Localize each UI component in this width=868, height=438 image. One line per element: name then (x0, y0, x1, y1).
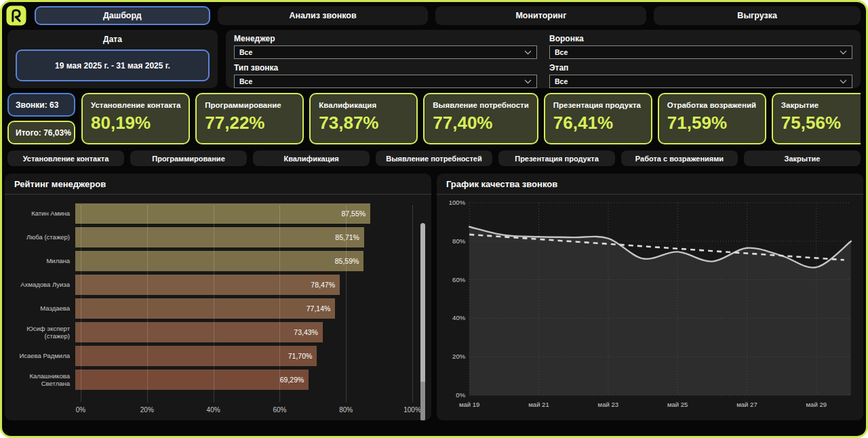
bar-value-label: 69,29% (280, 376, 304, 384)
tab-3[interactable]: Выгрузка (654, 6, 861, 25)
kpi-card-value: 80,19% (91, 113, 180, 134)
tab-bar: ДашбордАнализ звонковМониторингВыгрузка (35, 6, 861, 25)
x-axis-tick-label: май 23 (598, 401, 618, 408)
date-filter-panel: Дата 19 мая 2025 г. - 31 мая 2025 г. (7, 30, 218, 88)
kpi-card: Программирование77,22% (195, 93, 304, 144)
bar-row: Ахмадова Луиза78,47% (5, 273, 431, 296)
stage-filter-button[interactable]: Выявление потребностей (376, 151, 492, 166)
dashboard-page: ДашбордАнализ звонковМониторингВыгрузка … (0, 0, 868, 438)
x-axis-tick-label: 40% (207, 406, 220, 414)
manager-select[interactable]: Все (234, 45, 537, 59)
kpi-card-value: 71,59% (667, 113, 757, 134)
tab-2[interactable]: Мониторинг (435, 6, 646, 25)
y-axis-tick-label: 20% (452, 353, 466, 360)
tab-1[interactable]: Анализ звонков (218, 6, 429, 25)
date-filter-title: Дата (7, 30, 218, 44)
managers-rating-title: Рейтинг менеджеров (5, 174, 431, 195)
funnel-select[interactable]: Все (549, 45, 852, 59)
kpi-card-title: Закрытие (781, 101, 861, 109)
bar-value-label: 85,59% (335, 257, 359, 265)
calls-count-value: Звонки: 63 (16, 100, 58, 110)
manager-select-value: Все (239, 48, 524, 56)
kpi-cards: Установление контакта80,19%Программирова… (81, 93, 861, 144)
y-axis-tick-label: 40% (452, 314, 466, 321)
chevron-down-icon (524, 50, 532, 55)
bar[interactable]: 73,43% (75, 322, 323, 342)
bar-value-label: 78,47% (311, 281, 335, 289)
bar-row: Исаева Радмила71,70% (5, 344, 431, 367)
bar[interactable]: 77,14% (75, 298, 335, 319)
kpi-card: Установление контакта80,19% (81, 93, 190, 144)
kpi-card-value: 77,40% (433, 113, 529, 134)
bar-row: Калашникова Светлана69,29% (5, 367, 431, 391)
bar-track: 69,29% (75, 370, 412, 390)
quality-area (469, 227, 851, 396)
bar-row: Катин Амина87,55% (5, 201, 431, 225)
kpi-card-title: Выявление потребности (433, 101, 529, 109)
managers-bar-chart[interactable]: Катин Амина87,55%Люба (стажер)85,71%Мила… (5, 195, 431, 420)
bar-value-label: 77,14% (307, 304, 331, 313)
stage-filter-button[interactable]: Квалификация (253, 151, 370, 166)
stage-filter-button[interactable]: Презентация продукта (498, 151, 615, 166)
stage-filter-label: Этап (549, 63, 852, 73)
funnel-select-value: Все (555, 48, 840, 56)
stage-filter-button[interactable]: Программирование (130, 151, 247, 166)
kpi-card-value: 76,41% (553, 113, 643, 134)
managers-rating-panel: Рейтинг менеджеров Катин Амина87,55%Люба… (5, 174, 431, 420)
bar[interactable]: 85,59% (75, 251, 363, 271)
stage-filter-button[interactable]: Закрытие (744, 151, 861, 166)
bar-value-label: 71,70% (288, 352, 313, 360)
x-axis-tick-label: май 27 (736, 401, 757, 408)
filters-row: Дата 19 мая 2025 г. - 31 мая 2025 г. Мен… (7, 30, 861, 88)
kpi-card: Презентация продукта76,41% (544, 93, 652, 144)
kpi-card-title: Установление контакта (91, 101, 180, 109)
kpi-card: Квалификация73,87% (309, 93, 418, 144)
total-score-value: Итого: 76,03% (16, 128, 71, 138)
chevron-down-icon (840, 50, 847, 55)
total-score-badge: Итого: 76,03% (7, 121, 75, 144)
bar-value-label: 73,43% (294, 328, 318, 336)
bar-category-label: Калашникова Светлана (5, 372, 75, 387)
kpi-card-title: Отработка возражений (667, 101, 757, 109)
stage-buttons-row: Установление контактаПрограммированиеКва… (7, 151, 861, 166)
stage-select-value: Все (555, 77, 840, 85)
kpi-row: Звонки: 63 Итого: 76,03% Установление ко… (7, 93, 861, 144)
bar-track: 85,59% (75, 251, 412, 271)
bar[interactable]: 78,47% (75, 275, 340, 295)
bar[interactable]: 69,29% (75, 370, 309, 390)
funnel-filter-label: Воронка (549, 34, 852, 43)
y-axis-tick-label: 0% (456, 391, 465, 399)
bar-chart-scrollbar[interactable] (420, 223, 425, 420)
bar[interactable]: 87,55% (75, 203, 370, 224)
date-range-value: 19 мая 2025 г. - 31 мая 2025 г. (55, 61, 170, 71)
call-type-filter: Тип звонка Все (234, 62, 537, 88)
bar-chart-x-axis: 0%20%40%60%80%100% (81, 406, 412, 416)
bar[interactable]: 71,70% (75, 346, 317, 366)
funnel-filter: Воронка Все (549, 33, 852, 59)
stage-filter-button[interactable]: Работа с возражениями (621, 151, 738, 166)
bar-row: Милана85,59% (5, 249, 431, 273)
x-axis-tick-label: 60% (273, 406, 286, 414)
bar-row: Юсиф эксперт (стажер)73,43% (5, 320, 431, 344)
date-range-picker[interactable]: 19 мая 2025 г. - 31 мая 2025 г. (16, 49, 210, 81)
bar-category-label: Ахмадова Луиза (5, 281, 75, 288)
quality-line-chart[interactable]: 0%20%40%60%80%100%май 19май 21май 23май … (437, 195, 863, 420)
bar-category-label: Катин Амина (5, 210, 75, 217)
y-axis-tick-label: 80% (452, 237, 466, 245)
bar-track: 71,70% (75, 346, 412, 366)
tab-0[interactable]: Дашборд (35, 6, 210, 25)
bar-category-label: Юсиф эксперт (стажер) (5, 325, 75, 340)
bar-row: Люба (стажер)85,71% (5, 225, 431, 249)
call-type-select[interactable]: Все (234, 75, 537, 88)
y-axis-tick-label: 100% (449, 199, 466, 206)
top-navigation: ДашбордАнализ звонковМониторингВыгрузка (6, 6, 861, 25)
kpi-summary-column: Звонки: 63 Итого: 76,03% (7, 93, 75, 144)
call-quality-title: График качества звонков (437, 174, 863, 195)
bar[interactable]: 85,71% (75, 227, 364, 247)
x-axis-tick-label: май 19 (459, 401, 479, 408)
stage-filter-button[interactable]: Установление контакта (7, 151, 124, 166)
manager-filter-label: Менеджер (234, 34, 537, 43)
bar-chart-rows: Катин Амина87,55%Люба (стажер)85,71%Мила… (5, 201, 431, 391)
bar-track: 78,47% (75, 275, 412, 295)
stage-select[interactable]: Все (549, 75, 852, 88)
